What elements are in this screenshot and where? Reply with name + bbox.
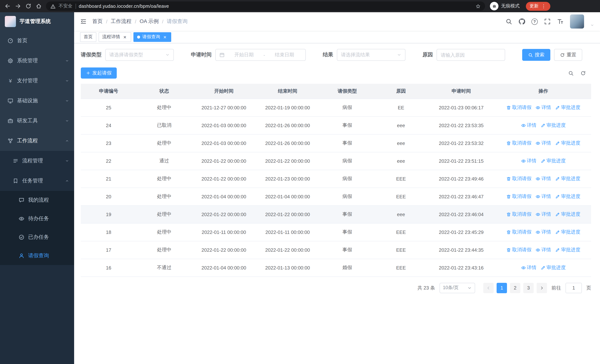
sidebar-item-leave-query[interactable]: 请假查询 [0, 246, 74, 265]
progress-action-link[interactable]: 审批进度 [541, 264, 566, 271]
page-button-1[interactable]: 1 [497, 283, 507, 293]
table-cell: 2022-01-11 00:00:00 [256, 223, 319, 241]
table-row[interactable]: 18处理中2022-01-11 00:00:002022-01-11 00:00… [81, 223, 591, 241]
home-icon[interactable] [36, 3, 42, 9]
progress-action-link[interactable]: 审批进度 [555, 246, 580, 253]
sidebar-item-system[interactable]: 系统管理 [0, 51, 74, 71]
table-row[interactable]: 17处理中2022-01-22 00:00:002022-01-22 00:00… [81, 241, 591, 259]
eye-icon [535, 176, 540, 181]
address-bar[interactable]: 不安全 dashboard.yudao.iocoder.cn/bpm/oa/le… [46, 1, 485, 11]
detail-action-link[interactable]: 详情 [535, 246, 551, 253]
cancel-action-link[interactable]: 取消请假 [506, 246, 531, 253]
page-size-select[interactable]: 10条/页 [440, 283, 475, 293]
tab-process-detail[interactable]: 流程详情 × [99, 32, 131, 42]
reset-button[interactable]: 重置 [554, 49, 582, 61]
reason-input[interactable] [441, 49, 504, 60]
help-icon[interactable]: ? [531, 18, 538, 25]
toggle-search-icon[interactable] [568, 70, 574, 76]
sidebar-item-todo-tasks[interactable]: 待办任务 [0, 209, 74, 228]
progress-action-link[interactable]: 审批进度 [541, 158, 566, 164]
table-row[interactable]: 24已取消2022-01-03 00:00:002022-01-26 00:00… [81, 116, 591, 134]
progress-action-link[interactable]: 审批进度 [555, 140, 580, 146]
sidebar-item-done-tasks[interactable]: 已办任务 [0, 228, 74, 246]
page-button-2[interactable]: 2 [510, 283, 520, 293]
chevron-up-icon [65, 179, 69, 183]
progress-action-link[interactable]: 审批进度 [555, 175, 580, 182]
incognito-label: 无痕模式 [501, 3, 520, 9]
detail-action-link[interactable]: 详情 [535, 193, 551, 200]
progress-action-link[interactable]: 审批进度 [541, 122, 566, 129]
sidebar-item-process-mgmt[interactable]: 流程管理 [0, 151, 74, 171]
table-cell: 25 [81, 99, 136, 116]
detail-action-link[interactable]: 详情 [535, 229, 551, 235]
table-row[interactable]: 20处理中2022-01-04 00:00:002022-01-04 00:00… [81, 187, 591, 205]
github-icon[interactable] [518, 18, 525, 25]
detail-action-link[interactable]: 详情 [521, 122, 536, 129]
sidebar-item-infrastructure[interactable]: 基础设施 [0, 91, 74, 111]
sidebar-item-home[interactable]: 首页 [0, 31, 74, 51]
browser-menu-icon[interactable]: ⋮ [541, 3, 547, 9]
cancel-action-link[interactable]: 取消请假 [506, 229, 531, 235]
reason-label: 原因 [422, 52, 433, 58]
sidebar-item-task-mgmt[interactable]: 任务管理 [0, 171, 74, 191]
fullscreen-icon[interactable] [544, 18, 551, 25]
goto-page-input[interactable] [565, 283, 582, 293]
tab-close-icon[interactable]: × [122, 34, 128, 39]
leave-type-select[interactable]: 请选择请假类型 [105, 49, 174, 61]
reload-icon[interactable] [25, 3, 31, 9]
app-logo[interactable]: 芋道管理系统 [0, 12, 74, 31]
progress-action-link[interactable]: 审批进度 [555, 211, 580, 218]
table-row[interactable]: 21处理中2022-01-22 00:00:002022-01-23 00:00… [81, 170, 591, 187]
font-size-icon[interactable] [557, 18, 564, 25]
create-leave-button[interactable]: 发起请假 [81, 67, 117, 79]
detail-action-link[interactable]: 详情 [521, 158, 536, 164]
table-row[interactable]: 19处理中2022-01-22 00:00:002022-01-22 00:00… [81, 205, 591, 223]
progress-action-link[interactable]: 审批进度 [555, 229, 580, 235]
cancel-action-link[interactable]: 取消请假 [506, 104, 531, 111]
next-page-button[interactable] [537, 283, 547, 293]
prev-page-button[interactable] [483, 283, 494, 293]
detail-action-link[interactable]: 详情 [535, 211, 551, 218]
sidebar-item-devtools[interactable]: 研发工具 [0, 111, 74, 131]
back-icon[interactable] [4, 3, 11, 9]
apply-time-range-picker[interactable]: 开始日期 - 结束日期 [215, 49, 306, 61]
page-button-3[interactable]: 3 [523, 283, 534, 293]
refresh-table-icon[interactable] [580, 70, 586, 76]
search-icon[interactable] [506, 18, 512, 25]
sidebar-item-payment[interactable]: ¥ 支付管理 [0, 71, 74, 91]
table-row[interactable]: 22通过2022-01-22 00:00:002022-01-22 00:00:… [81, 152, 591, 170]
cancel-action-link[interactable]: 取消请假 [506, 140, 531, 146]
breadcrumb-separator: / [106, 19, 107, 24]
table-row[interactable]: 25处理中2021-12-27 00:00:002022-01-19 00:00… [81, 99, 591, 116]
table-row[interactable]: 16不通过2022-01-04 00:00:002022-01-13 00:00… [81, 259, 591, 277]
table-row[interactable]: 23处理中2022-01-03 00:00:002022-01-26 00:00… [81, 134, 591, 152]
detail-action-link[interactable]: 详情 [521, 264, 536, 271]
progress-action-link[interactable]: 审批进度 [555, 104, 580, 111]
bookmark-star-icon[interactable] [476, 3, 481, 9]
search-button[interactable]: 搜索 [522, 49, 550, 61]
detail-action-link[interactable]: 详情 [535, 175, 551, 182]
tab-leave-query[interactable]: 请假查询 × [133, 32, 171, 42]
update-button[interactable]: 更新 ⋮ [526, 2, 550, 10]
table-cell: 2022-01-26 00:00:00 [256, 116, 319, 134]
goto-suffix: 页 [586, 284, 591, 291]
progress-action-link[interactable]: 审批进度 [555, 193, 580, 200]
breadcrumb-home[interactable]: 首页 [92, 18, 103, 25]
tab-home[interactable]: 首页 [80, 32, 96, 42]
user-avatar[interactable] [570, 14, 584, 28]
cancel-action-link[interactable]: 取消请假 [506, 175, 531, 182]
forward-icon[interactable] [15, 3, 21, 9]
breadcrumb-workflow[interactable]: 工作流程 [111, 18, 131, 25]
detail-action-link[interactable]: 详情 [535, 140, 551, 146]
detail-action-link[interactable]: 详情 [535, 104, 551, 111]
cancel-action-link[interactable]: 取消请假 [506, 193, 531, 200]
breadcrumb-oa-example[interactable]: OA 示例 [140, 18, 159, 25]
cancel-action-link[interactable]: 取消请假 [506, 211, 531, 218]
avatar-caret-icon[interactable] [590, 23, 594, 27]
trash-icon [506, 194, 511, 199]
result-select[interactable]: 请选择流结果 [337, 49, 405, 61]
menu-fold-icon[interactable] [80, 18, 87, 25]
sidebar-item-workflow[interactable]: 工作流程 [0, 131, 74, 151]
tab-close-icon[interactable]: × [162, 34, 168, 39]
sidebar-item-my-process[interactable]: 我的流程 [0, 191, 74, 209]
